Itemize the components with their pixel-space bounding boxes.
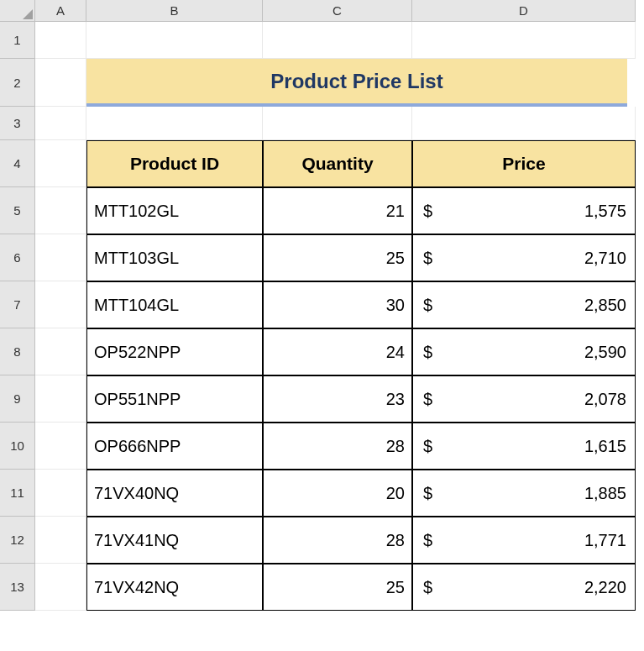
cell-price[interactable]: $ 2,850 <box>412 281 636 328</box>
cell-quantity[interactable]: 25 <box>263 564 412 611</box>
cell-price[interactable]: $ 2,590 <box>412 328 636 375</box>
cell-a4[interactable] <box>35 140 86 187</box>
price-value: 2,590 <box>584 343 628 362</box>
cell-a3[interactable] <box>35 107 86 140</box>
header-quantity[interactable]: Quantity <box>263 140 412 187</box>
cell-a7[interactable] <box>35 281 86 328</box>
currency-symbol: $ <box>420 343 432 362</box>
row-header-11[interactable]: 11 <box>0 470 35 517</box>
row-header-13[interactable]: 13 <box>0 564 35 611</box>
currency-symbol: $ <box>420 202 432 221</box>
cell-a12[interactable] <box>35 517 86 564</box>
cell-c1[interactable] <box>263 22 412 59</box>
cell-product-id[interactable]: MTT104GL <box>86 281 263 328</box>
cell-price[interactable]: $ 1,771 <box>412 517 636 564</box>
cell-a11[interactable] <box>35 470 86 517</box>
cell-quantity[interactable]: 28 <box>263 423 412 470</box>
cell-b3[interactable] <box>86 107 263 140</box>
header-product-id[interactable]: Product ID <box>86 140 263 187</box>
col-header-d[interactable]: D <box>412 0 636 22</box>
cell-d1[interactable] <box>412 22 636 59</box>
row-header-7[interactable]: 7 <box>0 281 35 328</box>
spreadsheet-grid: A B C D 1 2 Product Price List 3 4 Produ… <box>0 0 644 611</box>
cell-a2[interactable] <box>35 59 86 107</box>
currency-symbol: $ <box>420 296 432 315</box>
currency-symbol: $ <box>420 390 432 409</box>
col-header-b[interactable]: B <box>86 0 263 22</box>
price-value: 2,850 <box>584 296 628 315</box>
cell-quantity[interactable]: 30 <box>263 281 412 328</box>
cell-b1[interactable] <box>86 22 263 59</box>
cell-product-id[interactable]: 71VX42NQ <box>86 564 263 611</box>
cell-a9[interactable] <box>35 375 86 423</box>
cell-price[interactable]: $ 2,710 <box>412 234 636 281</box>
cell-price[interactable]: $ 2,220 <box>412 564 636 611</box>
title-cell[interactable]: Product Price List <box>86 59 627 107</box>
cell-quantity[interactable]: 24 <box>263 328 412 375</box>
row-header-10[interactable]: 10 <box>0 423 35 470</box>
currency-symbol: $ <box>420 578 432 597</box>
currency-symbol: $ <box>420 437 432 456</box>
currency-symbol: $ <box>420 484 432 503</box>
cell-quantity[interactable]: 28 <box>263 517 412 564</box>
cell-product-id[interactable]: MTT103GL <box>86 234 263 281</box>
price-value: 1,771 <box>584 531 628 550</box>
cell-product-id[interactable]: OP522NPP <box>86 328 263 375</box>
row-header-8[interactable]: 8 <box>0 328 35 375</box>
price-value: 1,615 <box>584 437 628 456</box>
price-value: 1,885 <box>584 484 628 503</box>
row-header-3[interactable]: 3 <box>0 107 35 140</box>
cell-quantity[interactable]: 21 <box>263 187 412 234</box>
row-header-9[interactable]: 9 <box>0 375 35 423</box>
row-header-4[interactable]: 4 <box>0 140 35 187</box>
cell-product-id[interactable]: MTT102GL <box>86 187 263 234</box>
cell-a8[interactable] <box>35 328 86 375</box>
cell-product-id[interactable]: OP551NPP <box>86 375 263 423</box>
row-header-2[interactable]: 2 <box>0 59 35 107</box>
cell-quantity[interactable]: 25 <box>263 234 412 281</box>
cell-product-id[interactable]: OP666NPP <box>86 423 263 470</box>
cell-price[interactable]: $ 1,885 <box>412 470 636 517</box>
price-value: 1,575 <box>584 202 628 221</box>
cell-a10[interactable] <box>35 423 86 470</box>
col-header-c[interactable]: C <box>263 0 412 22</box>
cell-product-id[interactable]: 71VX40NQ <box>86 470 263 517</box>
cell-quantity[interactable]: 23 <box>263 375 412 423</box>
row-header-6[interactable]: 6 <box>0 234 35 281</box>
cell-a6[interactable] <box>35 234 86 281</box>
row-header-5[interactable]: 5 <box>0 187 35 234</box>
cell-a5[interactable] <box>35 187 86 234</box>
col-header-a[interactable]: A <box>35 0 86 22</box>
cell-a1[interactable] <box>35 22 86 59</box>
row-header-12[interactable]: 12 <box>0 517 35 564</box>
cell-c3[interactable] <box>263 107 412 140</box>
price-value: 2,220 <box>584 578 628 597</box>
cell-product-id[interactable]: 71VX41NQ <box>86 517 263 564</box>
cell-price[interactable]: $ 2,078 <box>412 375 636 423</box>
price-value: 2,078 <box>584 390 628 409</box>
cell-price[interactable]: $ 1,615 <box>412 423 636 470</box>
cell-price[interactable]: $ 1,575 <box>412 187 636 234</box>
select-all-corner[interactable] <box>0 0 35 22</box>
currency-symbol: $ <box>420 531 432 550</box>
row-header-1[interactable]: 1 <box>0 22 35 59</box>
price-value: 2,710 <box>584 249 628 268</box>
currency-symbol: $ <box>420 249 432 268</box>
cell-d3[interactable] <box>412 107 636 140</box>
header-price[interactable]: Price <box>412 140 636 187</box>
cell-quantity[interactable]: 20 <box>263 470 412 517</box>
cell-a13[interactable] <box>35 564 86 611</box>
